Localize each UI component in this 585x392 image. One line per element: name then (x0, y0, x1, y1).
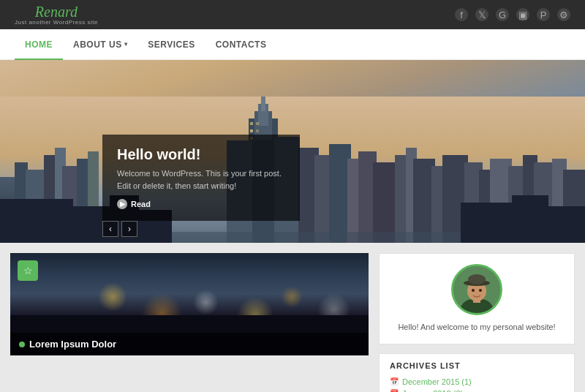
googleplus-icon[interactable]: G (496, 8, 509, 21)
svg-point-52 (468, 274, 486, 284)
archive-label-2: January 2013 (3) (402, 389, 463, 393)
nav-item-home[interactable]: HOME (15, 29, 63, 60)
svg-rect-35 (250, 122, 253, 125)
logo-area: Renard Just another WordPress site (15, 4, 98, 26)
profile-widget: Hello! And welcome to my personal websit… (379, 253, 575, 344)
nav-item-services[interactable]: SERVICES (137, 29, 205, 60)
archives-title: ARCHIVES LIST (390, 361, 564, 370)
facebook-icon[interactable]: f (455, 8, 468, 21)
prev-slide-button[interactable]: ‹ (102, 221, 118, 237)
calendar-icon-1: 📅 (390, 377, 399, 385)
settings-icon[interactable]: ⚙ (557, 8, 570, 21)
bokeh-light-3 (193, 290, 219, 315)
hero-content-box: Hello world! Welcome to WordPress. This … (102, 135, 300, 221)
nav-menu: HOME ABOUT US ▾ SERVICES CONTACTS (15, 29, 276, 60)
pinterest-icon[interactable]: P (537, 8, 550, 21)
read-label: Read (131, 200, 151, 208)
svg-rect-37 (250, 129, 253, 132)
nav-item-contacts[interactable]: CONTACTS (205, 29, 277, 60)
post-card: ☆ Lorem Ipsum Dolor (10, 253, 369, 355)
calendar-icon-2: 📅 (390, 389, 399, 392)
logo[interactable]: Renard (35, 4, 78, 19)
archive-item-2[interactable]: 📅 January 2013 (3) (390, 388, 564, 393)
right-column: Hello! And welcome to my personal websit… (369, 253, 575, 392)
avatar-wrapper (451, 264, 502, 315)
nav-item-about[interactable]: ABOUT US ▾ (63, 29, 137, 60)
svg-point-54 (479, 289, 482, 292)
svg-rect-38 (256, 129, 259, 132)
logo-subtitle: Just another WordPress site (15, 19, 98, 26)
svg-rect-45 (512, 195, 548, 243)
slider-controls: ‹ › (102, 221, 137, 237)
post-thumbnail: ☆ Lorem Ipsum Dolor (10, 253, 369, 355)
profile-text: Hello! And welcome to my personal websit… (398, 321, 555, 333)
archives-widget: ARCHIVES LIST 📅 December 2015 (1) 📅 Janu… (379, 353, 575, 393)
post-dot (19, 342, 25, 347)
read-button[interactable]: ▶ Read (117, 199, 285, 209)
top-header: Renard Just another WordPress site f 𝕏 G… (0, 0, 585, 29)
instagram-icon[interactable]: ▣ (516, 8, 529, 21)
bokeh-light-5 (281, 286, 303, 308)
hero-description: Welcome to WordPress. This is your first… (117, 167, 285, 192)
hero-title: Hello world! (117, 146, 285, 163)
svg-rect-44 (461, 203, 519, 243)
twitter-icon[interactable]: 𝕏 (475, 8, 488, 21)
svg-rect-40 (0, 199, 73, 243)
svg-rect-36 (256, 122, 259, 125)
hero-section: Hello world! Welcome to WordPress. This … (0, 60, 585, 243)
post-caption: Lorem Ipsum Dolor (10, 333, 369, 355)
post-title: Lorem Ipsum Dolor (29, 339, 116, 350)
svg-point-53 (472, 289, 475, 292)
svg-rect-12 (261, 97, 265, 111)
next-slide-button[interactable]: › (121, 221, 137, 237)
chevron-down-icon: ▾ (124, 41, 128, 48)
svg-rect-46 (545, 206, 585, 243)
post-star-badge[interactable]: ☆ (18, 260, 38, 281)
star-icon: ☆ (23, 265, 33, 276)
main-content: ☆ Lorem Ipsum Dolor (0, 243, 585, 392)
social-icons-bar: f 𝕏 G ▣ P ⚙ (455, 8, 570, 21)
archive-item-1[interactable]: 📅 December 2015 (1) (390, 376, 564, 388)
nav-bar: HOME ABOUT US ▾ SERVICES CONTACTS (0, 29, 585, 60)
read-icon: ▶ (117, 199, 127, 209)
bokeh-light-1 (98, 282, 127, 312)
avatar (453, 266, 500, 313)
archive-label-1: December 2015 (1) (402, 377, 472, 386)
left-column: ☆ Lorem Ipsum Dolor (10, 253, 369, 392)
